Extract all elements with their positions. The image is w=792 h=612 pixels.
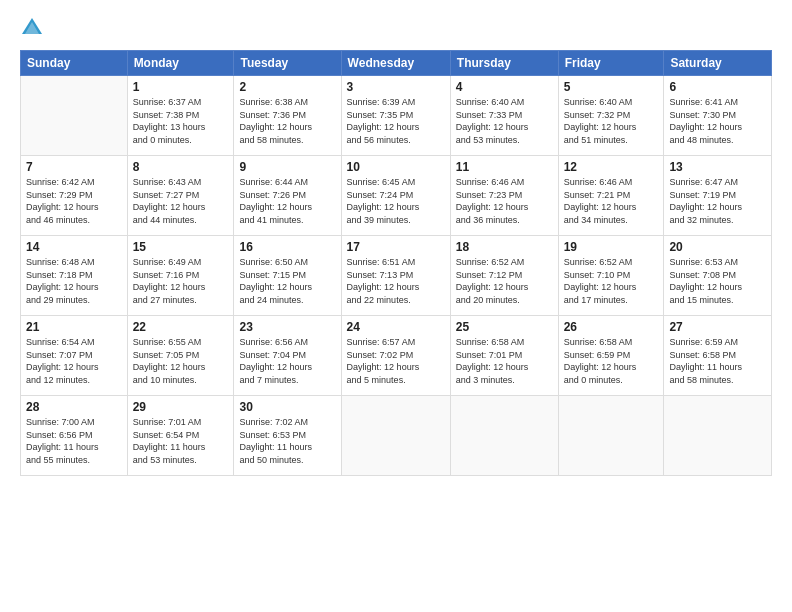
day-info: Sunrise: 6:42 AMSunset: 7:29 PMDaylight:… [26, 176, 122, 226]
day-info: Sunrise: 6:40 AMSunset: 7:33 PMDaylight:… [456, 96, 553, 146]
calendar-cell: 27Sunrise: 6:59 AMSunset: 6:58 PMDayligh… [664, 316, 772, 396]
day-info: Sunrise: 6:47 AMSunset: 7:19 PMDaylight:… [669, 176, 766, 226]
calendar-cell [341, 396, 450, 476]
calendar-cell [21, 76, 128, 156]
day-info: Sunrise: 6:54 AMSunset: 7:07 PMDaylight:… [26, 336, 122, 386]
day-number: 21 [26, 320, 122, 334]
calendar-cell: 9Sunrise: 6:44 AMSunset: 7:26 PMDaylight… [234, 156, 341, 236]
calendar-cell: 30Sunrise: 7:02 AMSunset: 6:53 PMDayligh… [234, 396, 341, 476]
calendar-cell: 8Sunrise: 6:43 AMSunset: 7:27 PMDaylight… [127, 156, 234, 236]
day-number: 20 [669, 240, 766, 254]
calendar-cell: 16Sunrise: 6:50 AMSunset: 7:15 PMDayligh… [234, 236, 341, 316]
calendar-cell: 21Sunrise: 6:54 AMSunset: 7:07 PMDayligh… [21, 316, 128, 396]
day-info: Sunrise: 6:57 AMSunset: 7:02 PMDaylight:… [347, 336, 445, 386]
calendar-cell: 4Sunrise: 6:40 AMSunset: 7:33 PMDaylight… [450, 76, 558, 156]
logo [20, 16, 48, 40]
calendar-cell: 23Sunrise: 6:56 AMSunset: 7:04 PMDayligh… [234, 316, 341, 396]
calendar-cell: 7Sunrise: 6:42 AMSunset: 7:29 PMDaylight… [21, 156, 128, 236]
calendar-header-tuesday: Tuesday [234, 51, 341, 76]
day-info: Sunrise: 6:50 AMSunset: 7:15 PMDaylight:… [239, 256, 335, 306]
calendar-cell: 6Sunrise: 6:41 AMSunset: 7:30 PMDaylight… [664, 76, 772, 156]
day-info: Sunrise: 6:43 AMSunset: 7:27 PMDaylight:… [133, 176, 229, 226]
day-number: 26 [564, 320, 659, 334]
calendar-header-wednesday: Wednesday [341, 51, 450, 76]
calendar-cell: 24Sunrise: 6:57 AMSunset: 7:02 PMDayligh… [341, 316, 450, 396]
day-info: Sunrise: 6:49 AMSunset: 7:16 PMDaylight:… [133, 256, 229, 306]
calendar-cell [558, 396, 664, 476]
calendar-cell: 15Sunrise: 6:49 AMSunset: 7:16 PMDayligh… [127, 236, 234, 316]
day-info: Sunrise: 6:58 AMSunset: 7:01 PMDaylight:… [456, 336, 553, 386]
page: SundayMondayTuesdayWednesdayThursdayFrid… [0, 0, 792, 612]
calendar-cell: 11Sunrise: 6:46 AMSunset: 7:23 PMDayligh… [450, 156, 558, 236]
day-info: Sunrise: 6:39 AMSunset: 7:35 PMDaylight:… [347, 96, 445, 146]
day-info: Sunrise: 7:02 AMSunset: 6:53 PMDaylight:… [239, 416, 335, 466]
calendar-week-5: 28Sunrise: 7:00 AMSunset: 6:56 PMDayligh… [21, 396, 772, 476]
day-info: Sunrise: 6:56 AMSunset: 7:04 PMDaylight:… [239, 336, 335, 386]
day-info: Sunrise: 7:00 AMSunset: 6:56 PMDaylight:… [26, 416, 122, 466]
calendar-cell: 25Sunrise: 6:58 AMSunset: 7:01 PMDayligh… [450, 316, 558, 396]
day-number: 2 [239, 80, 335, 94]
calendar-header-friday: Friday [558, 51, 664, 76]
day-number: 3 [347, 80, 445, 94]
day-number: 10 [347, 160, 445, 174]
calendar-cell: 29Sunrise: 7:01 AMSunset: 6:54 PMDayligh… [127, 396, 234, 476]
calendar-cell: 18Sunrise: 6:52 AMSunset: 7:12 PMDayligh… [450, 236, 558, 316]
day-info: Sunrise: 6:51 AMSunset: 7:13 PMDaylight:… [347, 256, 445, 306]
day-info: Sunrise: 6:41 AMSunset: 7:30 PMDaylight:… [669, 96, 766, 146]
day-number: 7 [26, 160, 122, 174]
calendar-cell: 3Sunrise: 6:39 AMSunset: 7:35 PMDaylight… [341, 76, 450, 156]
day-number: 19 [564, 240, 659, 254]
day-info: Sunrise: 6:53 AMSunset: 7:08 PMDaylight:… [669, 256, 766, 306]
day-info: Sunrise: 6:44 AMSunset: 7:26 PMDaylight:… [239, 176, 335, 226]
calendar-header-sunday: Sunday [21, 51, 128, 76]
day-info: Sunrise: 6:46 AMSunset: 7:21 PMDaylight:… [564, 176, 659, 226]
day-number: 23 [239, 320, 335, 334]
day-number: 6 [669, 80, 766, 94]
calendar-table: SundayMondayTuesdayWednesdayThursdayFrid… [20, 50, 772, 476]
day-number: 17 [347, 240, 445, 254]
calendar-cell [450, 396, 558, 476]
day-number: 24 [347, 320, 445, 334]
day-info: Sunrise: 6:48 AMSunset: 7:18 PMDaylight:… [26, 256, 122, 306]
day-info: Sunrise: 6:52 AMSunset: 7:12 PMDaylight:… [456, 256, 553, 306]
calendar-cell: 1Sunrise: 6:37 AMSunset: 7:38 PMDaylight… [127, 76, 234, 156]
calendar-cell: 2Sunrise: 6:38 AMSunset: 7:36 PMDaylight… [234, 76, 341, 156]
calendar-week-1: 1Sunrise: 6:37 AMSunset: 7:38 PMDaylight… [21, 76, 772, 156]
day-info: Sunrise: 6:38 AMSunset: 7:36 PMDaylight:… [239, 96, 335, 146]
day-number: 16 [239, 240, 335, 254]
day-info: Sunrise: 6:52 AMSunset: 7:10 PMDaylight:… [564, 256, 659, 306]
day-number: 8 [133, 160, 229, 174]
calendar-cell: 5Sunrise: 6:40 AMSunset: 7:32 PMDaylight… [558, 76, 664, 156]
day-info: Sunrise: 6:37 AMSunset: 7:38 PMDaylight:… [133, 96, 229, 146]
calendar-cell: 10Sunrise: 6:45 AMSunset: 7:24 PMDayligh… [341, 156, 450, 236]
calendar-header-row: SundayMondayTuesdayWednesdayThursdayFrid… [21, 51, 772, 76]
day-info: Sunrise: 7:01 AMSunset: 6:54 PMDaylight:… [133, 416, 229, 466]
logo-icon [20, 16, 44, 40]
calendar-week-3: 14Sunrise: 6:48 AMSunset: 7:18 PMDayligh… [21, 236, 772, 316]
header [20, 16, 772, 40]
day-number: 15 [133, 240, 229, 254]
day-number: 22 [133, 320, 229, 334]
day-number: 25 [456, 320, 553, 334]
day-number: 4 [456, 80, 553, 94]
day-info: Sunrise: 6:46 AMSunset: 7:23 PMDaylight:… [456, 176, 553, 226]
day-number: 13 [669, 160, 766, 174]
day-info: Sunrise: 6:58 AMSunset: 6:59 PMDaylight:… [564, 336, 659, 386]
day-number: 28 [26, 400, 122, 414]
day-number: 5 [564, 80, 659, 94]
day-number: 11 [456, 160, 553, 174]
calendar-cell: 28Sunrise: 7:00 AMSunset: 6:56 PMDayligh… [21, 396, 128, 476]
day-info: Sunrise: 6:40 AMSunset: 7:32 PMDaylight:… [564, 96, 659, 146]
calendar-week-2: 7Sunrise: 6:42 AMSunset: 7:29 PMDaylight… [21, 156, 772, 236]
calendar-cell: 26Sunrise: 6:58 AMSunset: 6:59 PMDayligh… [558, 316, 664, 396]
calendar-cell: 17Sunrise: 6:51 AMSunset: 7:13 PMDayligh… [341, 236, 450, 316]
day-number: 30 [239, 400, 335, 414]
calendar-cell [664, 396, 772, 476]
calendar-cell: 14Sunrise: 6:48 AMSunset: 7:18 PMDayligh… [21, 236, 128, 316]
calendar-week-4: 21Sunrise: 6:54 AMSunset: 7:07 PMDayligh… [21, 316, 772, 396]
calendar-cell: 22Sunrise: 6:55 AMSunset: 7:05 PMDayligh… [127, 316, 234, 396]
day-number: 18 [456, 240, 553, 254]
day-number: 12 [564, 160, 659, 174]
day-number: 9 [239, 160, 335, 174]
calendar-cell: 20Sunrise: 6:53 AMSunset: 7:08 PMDayligh… [664, 236, 772, 316]
